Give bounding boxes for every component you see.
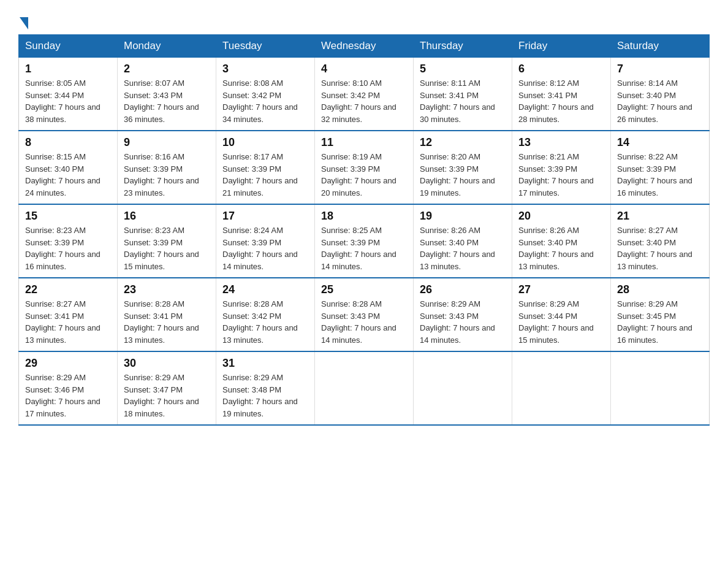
day-number: 3 [222, 63, 308, 75]
day-number: 16 [124, 210, 210, 223]
day-number: 24 [222, 283, 308, 296]
calendar-day-cell: 10 Sunrise: 8:17 AMSunset: 3:39 PMDaylig… [216, 131, 315, 204]
calendar-day-cell: 14 Sunrise: 8:22 AMSunset: 3:39 PMDaylig… [611, 131, 710, 204]
day-number: 22 [25, 283, 111, 296]
day-number: 11 [321, 136, 407, 149]
weekday-header-monday: Monday [118, 35, 216, 58]
day-info: Sunrise: 8:19 AMSunset: 3:39 PMDaylight:… [321, 152, 396, 197]
day-number: 31 [222, 357, 308, 370]
day-info: Sunrise: 8:29 AMSunset: 3:45 PMDaylight:… [617, 299, 692, 345]
calendar-day-cell: 7 Sunrise: 8:14 AMSunset: 3:40 PMDayligh… [611, 58, 710, 131]
calendar-day-cell: 20 Sunrise: 8:26 AMSunset: 3:40 PMDaylig… [512, 204, 611, 278]
day-number: 6 [518, 63, 604, 75]
day-number: 21 [617, 210, 703, 223]
logo-arrow-icon [20, 17, 28, 29]
calendar-day-cell: 23 Sunrise: 8:28 AMSunset: 3:41 PMDaylig… [118, 278, 216, 351]
calendar-day-cell: 12 Sunrise: 8:20 AMSunset: 3:39 PMDaylig… [414, 131, 512, 204]
calendar-day-cell: 31 Sunrise: 8:29 AMSunset: 3:48 PMDaylig… [216, 351, 315, 425]
calendar-week-row: 8 Sunrise: 8:15 AMSunset: 3:40 PMDayligh… [19, 131, 710, 204]
day-number: 19 [420, 210, 506, 223]
day-number: 4 [321, 63, 407, 75]
day-info: Sunrise: 8:15 AMSunset: 3:40 PMDaylight:… [25, 152, 100, 197]
day-info: Sunrise: 8:29 AMSunset: 3:47 PMDaylight:… [124, 373, 199, 418]
calendar-day-cell: 29 Sunrise: 8:29 AMSunset: 3:46 PMDaylig… [19, 351, 118, 425]
day-info: Sunrise: 8:14 AMSunset: 3:40 PMDaylight:… [617, 79, 692, 124]
day-number: 27 [518, 283, 604, 296]
calendar-day-cell: 2 Sunrise: 8:07 AMSunset: 3:43 PMDayligh… [118, 58, 216, 131]
calendar-day-cell: 3 Sunrise: 8:08 AMSunset: 3:42 PMDayligh… [216, 58, 315, 131]
calendar-day-cell: 15 Sunrise: 8:23 AMSunset: 3:39 PMDaylig… [19, 204, 118, 278]
calendar-day-cell: 11 Sunrise: 8:19 AMSunset: 3:39 PMDaylig… [315, 131, 414, 204]
day-number: 29 [25, 357, 111, 370]
calendar-day-cell [512, 351, 611, 425]
calendar-day-cell: 1 Sunrise: 8:05 AMSunset: 3:44 PMDayligh… [19, 58, 118, 131]
calendar-day-cell: 13 Sunrise: 8:21 AMSunset: 3:39 PMDaylig… [512, 131, 611, 204]
day-info: Sunrise: 8:29 AMSunset: 3:48 PMDaylight:… [222, 373, 298, 418]
day-info: Sunrise: 8:28 AMSunset: 3:41 PMDaylight:… [124, 299, 199, 345]
logo [18, 12, 29, 32]
weekday-header-tuesday: Tuesday [216, 35, 315, 58]
day-info: Sunrise: 8:16 AMSunset: 3:39 PMDaylight:… [124, 152, 199, 197]
day-info: Sunrise: 8:27 AMSunset: 3:40 PMDaylight:… [617, 226, 692, 271]
calendar-day-cell: 27 Sunrise: 8:29 AMSunset: 3:44 PMDaylig… [512, 278, 611, 351]
weekday-header-saturday: Saturday [611, 35, 710, 58]
day-number: 9 [124, 136, 210, 149]
calendar-day-cell [414, 351, 512, 425]
day-number: 26 [420, 283, 506, 296]
day-info: Sunrise: 8:21 AMSunset: 3:39 PMDaylight:… [518, 152, 594, 197]
weekday-header-thursday: Thursday [414, 35, 512, 58]
calendar-day-cell: 17 Sunrise: 8:24 AMSunset: 3:39 PMDaylig… [216, 204, 315, 278]
day-info: Sunrise: 8:22 AMSunset: 3:39 PMDaylight:… [617, 152, 692, 197]
day-info: Sunrise: 8:12 AMSunset: 3:41 PMDaylight:… [518, 79, 594, 124]
calendar-day-cell: 19 Sunrise: 8:26 AMSunset: 3:40 PMDaylig… [414, 204, 512, 278]
day-info: Sunrise: 8:29 AMSunset: 3:43 PMDaylight:… [420, 299, 495, 345]
calendar-day-cell: 30 Sunrise: 8:29 AMSunset: 3:47 PMDaylig… [118, 351, 216, 425]
calendar-week-row: 22 Sunrise: 8:27 AMSunset: 3:41 PMDaylig… [19, 278, 710, 351]
day-number: 7 [617, 63, 703, 75]
day-info: Sunrise: 8:28 AMSunset: 3:42 PMDaylight:… [222, 299, 298, 345]
calendar-day-cell: 25 Sunrise: 8:28 AMSunset: 3:43 PMDaylig… [315, 278, 414, 351]
day-info: Sunrise: 8:25 AMSunset: 3:39 PMDaylight:… [321, 226, 396, 271]
day-info: Sunrise: 8:29 AMSunset: 3:44 PMDaylight:… [518, 299, 594, 345]
day-number: 8 [25, 136, 111, 149]
day-number: 14 [617, 136, 703, 149]
weekday-header-friday: Friday [512, 35, 611, 58]
day-number: 30 [124, 357, 210, 370]
day-info: Sunrise: 8:11 AMSunset: 3:41 PMDaylight:… [420, 79, 495, 124]
calendar-day-cell: 18 Sunrise: 8:25 AMSunset: 3:39 PMDaylig… [315, 204, 414, 278]
calendar-table: SundayMondayTuesdayWednesdayThursdayFrid… [18, 34, 710, 426]
calendar-day-cell: 4 Sunrise: 8:10 AMSunset: 3:42 PMDayligh… [315, 58, 414, 131]
calendar-day-cell: 24 Sunrise: 8:28 AMSunset: 3:42 PMDaylig… [216, 278, 315, 351]
day-info: Sunrise: 8:05 AMSunset: 3:44 PMDaylight:… [25, 79, 100, 124]
day-number: 2 [124, 63, 210, 75]
calendar-day-cell: 8 Sunrise: 8:15 AMSunset: 3:40 PMDayligh… [19, 131, 118, 204]
day-number: 10 [222, 136, 308, 149]
calendar-day-cell [315, 351, 414, 425]
calendar-day-cell: 26 Sunrise: 8:29 AMSunset: 3:43 PMDaylig… [414, 278, 512, 351]
day-info: Sunrise: 8:08 AMSunset: 3:42 PMDaylight:… [222, 79, 298, 124]
day-info: Sunrise: 8:26 AMSunset: 3:40 PMDaylight:… [518, 226, 594, 271]
calendar-day-cell [611, 351, 710, 425]
day-info: Sunrise: 8:07 AMSunset: 3:43 PMDaylight:… [124, 79, 199, 124]
day-number: 20 [518, 210, 604, 223]
logo-area [18, 12, 29, 28]
day-number: 25 [321, 283, 407, 296]
day-info: Sunrise: 8:20 AMSunset: 3:39 PMDaylight:… [420, 152, 495, 197]
weekday-header-sunday: Sunday [19, 35, 118, 58]
calendar-day-cell: 6 Sunrise: 8:12 AMSunset: 3:41 PMDayligh… [512, 58, 611, 131]
day-info: Sunrise: 8:23 AMSunset: 3:39 PMDaylight:… [25, 226, 100, 271]
calendar-day-cell: 5 Sunrise: 8:11 AMSunset: 3:41 PMDayligh… [414, 58, 512, 131]
day-info: Sunrise: 8:29 AMSunset: 3:46 PMDaylight:… [25, 373, 100, 418]
day-number: 23 [124, 283, 210, 296]
calendar-day-cell: 28 Sunrise: 8:29 AMSunset: 3:45 PMDaylig… [611, 278, 710, 351]
calendar-day-cell: 9 Sunrise: 8:16 AMSunset: 3:39 PMDayligh… [118, 131, 216, 204]
calendar-day-cell: 21 Sunrise: 8:27 AMSunset: 3:40 PMDaylig… [611, 204, 710, 278]
weekday-header-row: SundayMondayTuesdayWednesdayThursdayFrid… [19, 35, 710, 58]
weekday-header-wednesday: Wednesday [315, 35, 414, 58]
day-number: 12 [420, 136, 506, 149]
day-number: 15 [25, 210, 111, 223]
day-number: 28 [617, 283, 703, 296]
day-info: Sunrise: 8:26 AMSunset: 3:40 PMDaylight:… [420, 226, 495, 271]
day-number: 17 [222, 210, 308, 223]
day-info: Sunrise: 8:23 AMSunset: 3:39 PMDaylight:… [124, 226, 199, 271]
